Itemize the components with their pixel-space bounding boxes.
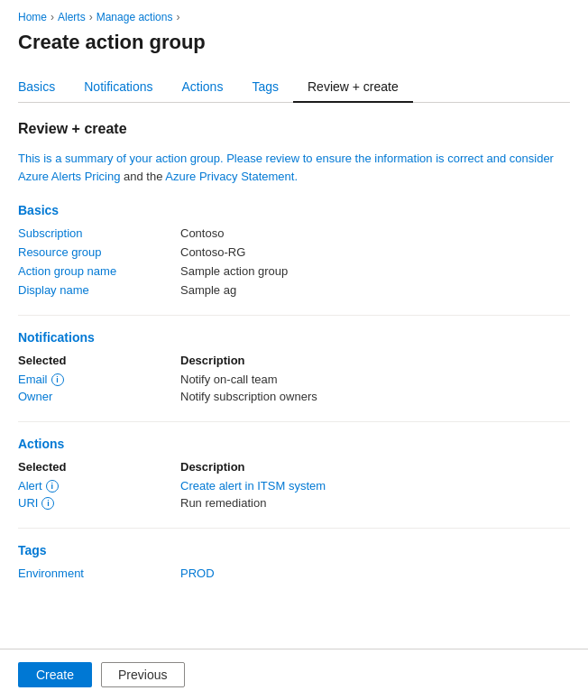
page-title: Create action group: [18, 31, 570, 54]
notification-owner-desc: Notify subscription owners: [180, 390, 570, 403]
action-group-name-value: Sample action group: [180, 264, 570, 278]
tab-basics[interactable]: Basics: [18, 72, 69, 103]
display-name-value: Sample ag: [180, 283, 570, 297]
create-button[interactable]: Create: [18, 662, 92, 687]
uri-info-icon[interactable]: i: [41, 497, 54, 510]
subscription-value: Contoso: [180, 226, 570, 240]
breadcrumb-home[interactable]: Home: [18, 11, 47, 23]
azure-alerts-pricing-link[interactable]: Azure Alerts Pricing: [18, 170, 120, 183]
breadcrumb-alerts[interactable]: Alerts: [58, 11, 86, 23]
basics-label: Basics: [18, 203, 570, 217]
action-uri-desc: Run remediation: [180, 496, 570, 510]
review-create-heading: Review + create: [18, 121, 570, 137]
tab-tags[interactable]: Tags: [237, 72, 293, 103]
action-alert-desc: Create alert in ITSM system: [180, 479, 570, 493]
basics-section: Basics Subscription Contoso Resource gro…: [18, 203, 570, 297]
divider-1: [18, 315, 570, 316]
action-row-alert: Alert i Create alert in ITSM system: [18, 479, 570, 493]
breadcrumb-sep2: ›: [89, 11, 93, 23]
notifications-col-selected: Selected: [18, 354, 180, 367]
basics-grid: Subscription Contoso Resource group Cont…: [18, 226, 570, 297]
breadcrumb-sep1: ›: [51, 11, 54, 23]
divider-2: [18, 421, 570, 422]
notifications-section: Notifications Selected Description Email…: [18, 330, 570, 403]
breadcrumb-manage-actions[interactable]: Manage actions: [96, 11, 173, 23]
notification-row-email: Email i Notify on-call team: [18, 373, 570, 386]
email-info-icon[interactable]: i: [51, 373, 64, 386]
tab-notifications[interactable]: Notifications: [69, 72, 167, 103]
notification-email-desc: Notify on-call team: [180, 373, 570, 386]
info-text-part1: This is a summary of your action group. …: [18, 152, 554, 165]
actions-section: Actions Selected Description Alert i Cre…: [18, 437, 570, 510]
notification-row-owner: Owner Notify subscription owners: [18, 390, 570, 403]
notification-email-type: Email i: [18, 373, 180, 386]
actions-col-description: Description: [180, 460, 570, 474]
breadcrumb-sep3: ›: [176, 11, 179, 23]
notification-owner-type: Owner: [18, 390, 180, 403]
tab-actions[interactable]: Actions: [168, 72, 238, 103]
divider-3: [18, 528, 570, 529]
notifications-col-description: Description: [180, 354, 570, 367]
tag-environment-value: PROD: [180, 566, 570, 580]
info-text-part3: .: [294, 170, 298, 183]
tab-review-create[interactable]: Review + create: [293, 72, 413, 103]
action-alert-type: Alert i: [18, 479, 180, 493]
footer: Create Previous: [0, 649, 588, 700]
actions-col-selected: Selected: [18, 460, 180, 474]
action-uri-type: URI i: [18, 496, 180, 510]
breadcrumb: Home › Alerts › Manage actions ›: [18, 11, 570, 23]
display-name-key: Display name: [18, 283, 180, 297]
azure-privacy-link[interactable]: Azure Privacy Statement: [165, 170, 294, 183]
resource-group-value: Contoso-RG: [180, 245, 570, 259]
alert-info-icon[interactable]: i: [46, 480, 59, 493]
tags-label: Tags: [18, 543, 570, 557]
tags-section: Tags Environment PROD: [18, 543, 570, 580]
action-group-name-key: Action group name: [18, 264, 180, 278]
actions-header: Selected Description: [18, 460, 570, 474]
notifications-label: Notifications: [18, 330, 570, 345]
notifications-header: Selected Description: [18, 354, 570, 367]
resource-group-key: Resource group: [18, 245, 180, 259]
actions-label: Actions: [18, 437, 570, 451]
subscription-key: Subscription: [18, 226, 180, 240]
tags-grid: Environment PROD: [18, 566, 570, 580]
action-row-uri: URI i Run remediation: [18, 496, 570, 510]
tabs-container: Basics Notifications Actions Tags Review…: [18, 72, 570, 103]
info-text-part2: and the: [120, 170, 165, 183]
previous-button[interactable]: Previous: [101, 662, 184, 687]
tag-environment-key: Environment: [18, 566, 180, 580]
info-text: This is a summary of your action group. …: [18, 150, 570, 185]
